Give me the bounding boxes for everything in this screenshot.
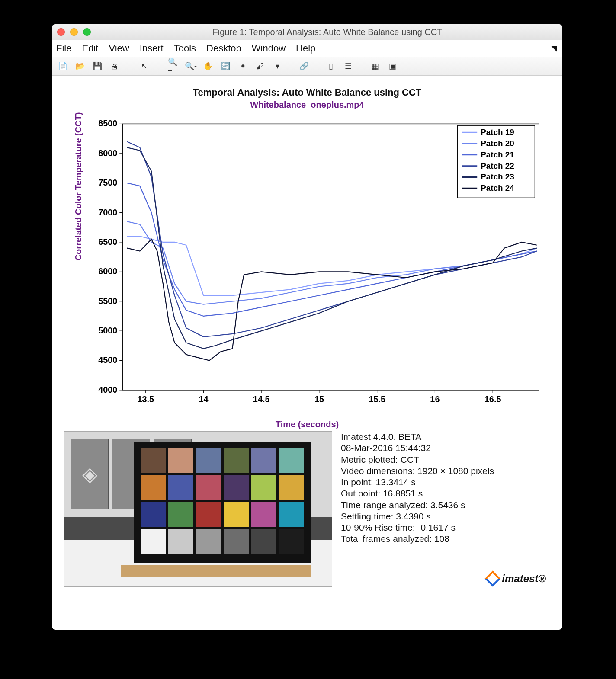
svg-text:6000: 6000 xyxy=(98,266,117,276)
svg-text:14: 14 xyxy=(199,394,208,404)
svg-text:Patch 21: Patch 21 xyxy=(481,150,514,159)
info-line: Imatest 4.4.0. BETA xyxy=(341,431,550,442)
svg-text:16.5: 16.5 xyxy=(484,394,501,404)
x-axis-label: Time (seconds) xyxy=(62,420,552,429)
info-line: Out point: 16.8851 s xyxy=(341,488,550,499)
menu-desktop[interactable]: Desktop xyxy=(206,43,241,54)
svg-text:4000: 4000 xyxy=(98,385,117,394)
pointer-icon[interactable]: ↖ xyxy=(138,61,150,72)
show-icon[interactable]: ▣ xyxy=(387,61,398,72)
y-axis-label: Correlated Color Temperature (CCT) xyxy=(74,112,83,260)
chart: Correlated Color Temperature (CCT) 40004… xyxy=(75,114,548,417)
colorbar-icon[interactable]: ▯ xyxy=(325,61,337,72)
logo-icon xyxy=(485,571,501,587)
titlebar: Figure 1: Temporal Analysis: Auto White … xyxy=(52,24,562,40)
minimize-icon[interactable] xyxy=(70,28,78,36)
svg-text:15.5: 15.5 xyxy=(369,394,385,404)
chart-svg: 4000450050005500600065007000750080008500… xyxy=(75,114,548,417)
info-line: Metric plotted: CCT xyxy=(341,454,550,465)
svg-text:Patch 23: Patch 23 xyxy=(481,172,514,181)
print-icon[interactable]: 🖨 xyxy=(109,61,120,72)
hide-icon[interactable]: ▦ xyxy=(369,61,381,72)
svg-text:Patch 20: Patch 20 xyxy=(481,139,514,148)
svg-text:Patch 19: Patch 19 xyxy=(481,128,514,137)
link-icon[interactable]: 🔗 xyxy=(298,61,310,72)
menubar: File Edit View Insert Tools Desktop Wind… xyxy=(52,40,562,57)
menu-view[interactable]: View xyxy=(109,43,129,54)
menu-help[interactable]: Help xyxy=(296,43,315,54)
logo-text: imatest® xyxy=(502,572,546,585)
brush-icon[interactable]: 🖌 xyxy=(254,61,266,72)
svg-text:13.5: 13.5 xyxy=(137,394,154,404)
zoom-icon[interactable] xyxy=(83,28,91,36)
close-icon[interactable] xyxy=(57,28,65,36)
info-line: 10-90% Rise time: -0.1617 s xyxy=(341,522,550,533)
window-controls xyxy=(57,28,91,36)
svg-text:Patch 24: Patch 24 xyxy=(481,183,514,192)
info-panel: Imatest 4.4.0. BETA 08-Mar-2016 15:44:32… xyxy=(341,431,550,587)
figure-window: Figure 1: Temporal Analysis: Auto White … xyxy=(52,24,562,630)
new-icon[interactable]: 📄 xyxy=(57,61,68,72)
svg-text:5500: 5500 xyxy=(98,296,117,306)
chart-title: Temporal Analysis: Auto White Balance us… xyxy=(62,87,552,98)
menu-file[interactable]: File xyxy=(56,43,71,54)
rotate-icon[interactable]: 🔄 xyxy=(220,61,231,72)
menu-tools[interactable]: Tools xyxy=(174,43,196,54)
toolbar: 📄 📂 💾 🖨 ↖ 🔍+ 🔍- ✋ 🔄 ✦ 🖌 ▾ 🔗 ▯ ☰ ▦ ▣ xyxy=(52,57,562,76)
info-line: 08-Mar-2016 15:44:32 xyxy=(341,442,550,454)
svg-text:8500: 8500 xyxy=(98,119,117,128)
svg-text:5000: 5000 xyxy=(98,326,117,335)
zoom-in-icon[interactable]: 🔍+ xyxy=(168,61,179,72)
svg-text:14.5: 14.5 xyxy=(253,394,270,404)
info-line: Time range analyzed: 3.5436 s xyxy=(341,500,550,511)
svg-text:7500: 7500 xyxy=(98,178,117,187)
menu-insert[interactable]: Insert xyxy=(140,43,164,54)
info-line: Video dimensions: 1920 × 1080 pixels xyxy=(341,465,550,477)
svg-text:16: 16 xyxy=(430,394,440,404)
svg-text:Patch 22: Patch 22 xyxy=(481,161,514,170)
frame-thumbnail xyxy=(64,431,332,587)
bottom-panel: Imatest 4.4.0. BETA 08-Mar-2016 15:44:32… xyxy=(62,429,552,587)
chart-subtitle: Whitebalance_oneplus.mp4 xyxy=(62,100,552,110)
save-icon[interactable]: 💾 xyxy=(92,61,103,72)
svg-text:7000: 7000 xyxy=(98,208,117,217)
pan-icon[interactable]: ✋ xyxy=(202,61,214,72)
svg-text:8000: 8000 xyxy=(98,148,117,158)
window-title: Figure 1: Temporal Analysis: Auto White … xyxy=(98,27,557,37)
svg-text:4500: 4500 xyxy=(98,355,117,365)
info-line: In point: 13.3414 s xyxy=(341,477,550,488)
menu-window[interactable]: Window xyxy=(252,43,286,54)
legend-icon[interactable]: ☰ xyxy=(343,61,354,72)
dock-icon[interactable]: ◥ xyxy=(551,44,557,53)
info-line: Settling time: 3.4390 s xyxy=(341,511,550,522)
dropdown-icon[interactable]: ▾ xyxy=(272,61,283,72)
menu-edit[interactable]: Edit xyxy=(82,43,98,54)
figure-area: Temporal Analysis: Auto White Balance us… xyxy=(52,76,562,630)
zoom-out-icon[interactable]: 🔍- xyxy=(185,61,196,72)
info-line: Total frames analyzed: 108 xyxy=(341,533,550,544)
open-icon[interactable]: 📂 xyxy=(74,61,86,72)
svg-text:6500: 6500 xyxy=(98,237,117,247)
datacursor-icon[interactable]: ✦ xyxy=(237,61,248,72)
logo: imatest® xyxy=(487,572,546,585)
svg-text:15: 15 xyxy=(314,394,324,404)
